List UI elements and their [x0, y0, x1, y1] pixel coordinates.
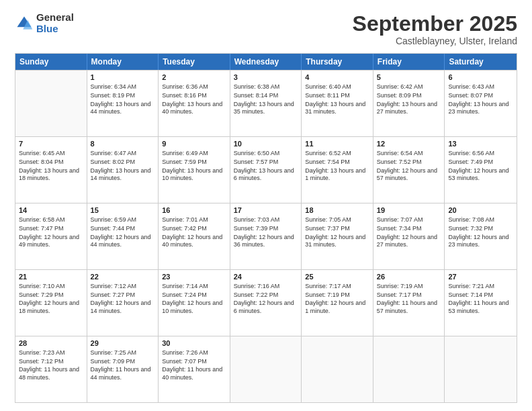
title-month: September 2025 — [353, 12, 517, 36]
calendar-cell — [445, 336, 517, 402]
cell-daylight: Daylight: 12 hours and 36 minutes. — [234, 234, 298, 249]
calendar-cell: 14Sunrise: 6:58 AMSunset: 7:47 PMDayligh… — [15, 203, 87, 269]
calendar-cell: 12Sunrise: 6:54 AMSunset: 7:52 PMDayligh… — [373, 137, 445, 203]
cell-sunset: Sunset: 7:12 PM — [19, 358, 83, 366]
cell-sunrise: Sunrise: 6:49 AM — [162, 150, 226, 158]
cell-date: 30 — [162, 339, 226, 347]
cell-sunset: Sunset: 7:42 PM — [162, 225, 226, 233]
cell-date: 17 — [234, 206, 298, 214]
cell-daylight: Daylight: 12 hours and 23 minutes. — [448, 234, 513, 249]
cell-sunset: Sunset: 8:09 PM — [377, 92, 441, 100]
cell-sunset: Sunset: 7:14 PM — [448, 291, 513, 300]
cell-sunset: Sunset: 7:49 PM — [448, 158, 513, 167]
calendar-cell: 8Sunrise: 6:47 AMSunset: 8:02 PMDaylight… — [87, 137, 159, 203]
calendar-header-cell: Wednesday — [230, 54, 302, 70]
cell-daylight: Daylight: 12 hours and 27 minutes. — [377, 234, 441, 249]
calendar-row: 21Sunrise: 7:10 AMSunset: 7:29 PMDayligh… — [15, 269, 517, 336]
cell-daylight: Daylight: 11 hours and 57 minutes. — [377, 300, 441, 315]
calendar-cell: 13Sunrise: 6:56 AMSunset: 7:49 PMDayligh… — [445, 137, 517, 203]
cell-date: 4 — [305, 73, 369, 81]
cell-sunrise: Sunrise: 7:05 AM — [305, 216, 369, 224]
cell-sunrise: Sunrise: 6:43 AM — [448, 83, 513, 91]
cell-date: 10 — [234, 140, 298, 148]
cell-sunset: Sunset: 8:19 PM — [91, 92, 155, 100]
cell-sunrise: Sunrise: 6:36 AM — [162, 83, 226, 91]
cell-date: 25 — [305, 273, 369, 281]
cell-sunrise: Sunrise: 7:23 AM — [19, 349, 83, 357]
cell-date: 2 — [162, 73, 226, 81]
cell-date: 18 — [305, 206, 369, 214]
cell-daylight: Daylight: 11 hours and 44 minutes. — [91, 366, 155, 381]
cell-sunrise: Sunrise: 6:34 AM — [91, 83, 155, 91]
logo: General Blue — [15, 12, 74, 34]
cell-daylight: Daylight: 12 hours and 18 minutes. — [19, 300, 83, 315]
cell-daylight: Daylight: 12 hours and 1 minute. — [305, 300, 369, 315]
cell-daylight: Daylight: 12 hours and 10 minutes. — [162, 300, 226, 315]
cell-sunset: Sunset: 7:17 PM — [377, 291, 441, 300]
cell-date: 15 — [91, 206, 155, 214]
calendar-cell: 20Sunrise: 7:08 AMSunset: 7:32 PMDayligh… — [445, 203, 517, 269]
cell-sunrise: Sunrise: 6:47 AM — [91, 150, 155, 158]
cell-date: 12 — [377, 140, 441, 148]
cell-date: 21 — [19, 273, 83, 281]
cell-daylight: Daylight: 13 hours and 6 minutes. — [234, 167, 298, 183]
calendar-cell: 27Sunrise: 7:21 AMSunset: 7:14 PMDayligh… — [445, 270, 517, 336]
cell-daylight: Daylight: 11 hours and 40 minutes. — [162, 366, 226, 381]
calendar-cell: 24Sunrise: 7:16 AMSunset: 7:22 PMDayligh… — [230, 270, 302, 336]
cell-sunrise: Sunrise: 6:56 AM — [448, 150, 513, 158]
cell-date: 28 — [19, 339, 83, 347]
cell-sunset: Sunset: 7:59 PM — [162, 158, 226, 167]
calendar-cell: 25Sunrise: 7:17 AMSunset: 7:19 PMDayligh… — [302, 270, 373, 336]
cell-sunrise: Sunrise: 6:38 AM — [234, 83, 298, 91]
cell-sunset: Sunset: 7:52 PM — [377, 158, 441, 167]
calendar-row: 28Sunrise: 7:23 AMSunset: 7:12 PMDayligh… — [15, 336, 517, 402]
calendar-header-cell: Friday — [373, 54, 445, 70]
cell-sunset: Sunset: 7:19 PM — [305, 291, 369, 300]
cell-sunrise: Sunrise: 7:03 AM — [234, 216, 298, 224]
page: General Blue September 2025 Castleblayne… — [0, 0, 532, 411]
cell-sunrise: Sunrise: 6:52 AM — [305, 150, 369, 158]
calendar-cell — [15, 71, 87, 136]
calendar-header: SundayMondayTuesdayWednesdayThursdayFrid… — [15, 54, 517, 70]
cell-sunset: Sunset: 7:07 PM — [162, 358, 226, 366]
cell-date: 27 — [448, 273, 513, 281]
calendar-cell: 30Sunrise: 7:26 AMSunset: 7:07 PMDayligh… — [159, 336, 230, 402]
cell-date: 29 — [91, 339, 155, 347]
cell-daylight: Daylight: 13 hours and 18 minutes. — [19, 167, 83, 183]
cell-sunrise: Sunrise: 7:12 AM — [91, 283, 155, 291]
cell-date: 24 — [234, 273, 298, 281]
calendar-cell: 3Sunrise: 6:38 AMSunset: 8:14 PMDaylight… — [230, 71, 302, 136]
cell-date: 1 — [91, 73, 155, 81]
cell-sunset: Sunset: 7:24 PM — [162, 291, 226, 300]
cell-sunset: Sunset: 7:22 PM — [234, 291, 298, 300]
calendar-cell: 4Sunrise: 6:40 AMSunset: 8:11 PMDaylight… — [302, 71, 373, 136]
cell-sunrise: Sunrise: 7:25 AM — [91, 349, 155, 357]
cell-sunrise: Sunrise: 7:10 AM — [19, 283, 83, 291]
cell-sunrise: Sunrise: 7:08 AM — [448, 216, 513, 224]
calendar-header-cell: Tuesday — [159, 54, 230, 70]
cell-date: 9 — [162, 140, 226, 148]
calendar-cell: 9Sunrise: 6:49 AMSunset: 7:59 PMDaylight… — [159, 137, 230, 203]
cell-sunrise: Sunrise: 7:19 AM — [377, 283, 441, 291]
calendar-cell: 18Sunrise: 7:05 AMSunset: 7:37 PMDayligh… — [302, 203, 373, 269]
cell-daylight: Daylight: 12 hours and 31 minutes. — [305, 234, 369, 249]
cell-sunrise: Sunrise: 7:17 AM — [305, 283, 369, 291]
cell-daylight: Daylight: 13 hours and 1 minute. — [305, 167, 369, 183]
cell-sunset: Sunset: 7:29 PM — [19, 291, 83, 300]
title-location: Castleblayney, Ulster, Ireland — [353, 36, 517, 46]
cell-daylight: Daylight: 12 hours and 44 minutes. — [91, 234, 155, 249]
cell-date: 26 — [377, 273, 441, 281]
logo-general-text: General — [36, 12, 74, 24]
cell-date: 13 — [448, 140, 513, 148]
cell-sunset: Sunset: 8:11 PM — [305, 92, 369, 100]
cell-sunset: Sunset: 7:44 PM — [91, 225, 155, 233]
cell-sunset: Sunset: 7:09 PM — [91, 358, 155, 366]
cell-daylight: Daylight: 13 hours and 27 minutes. — [377, 101, 441, 116]
cell-sunrise: Sunrise: 6:42 AM — [377, 83, 441, 91]
cell-date: 14 — [19, 206, 83, 214]
calendar-cell: 23Sunrise: 7:14 AMSunset: 7:24 PMDayligh… — [159, 270, 230, 336]
cell-sunrise: Sunrise: 7:14 AM — [162, 283, 226, 291]
cell-sunrise: Sunrise: 7:01 AM — [162, 216, 226, 224]
cell-sunrise: Sunrise: 7:16 AM — [234, 283, 298, 291]
calendar-cell: 5Sunrise: 6:42 AMSunset: 8:09 PMDaylight… — [373, 71, 445, 136]
